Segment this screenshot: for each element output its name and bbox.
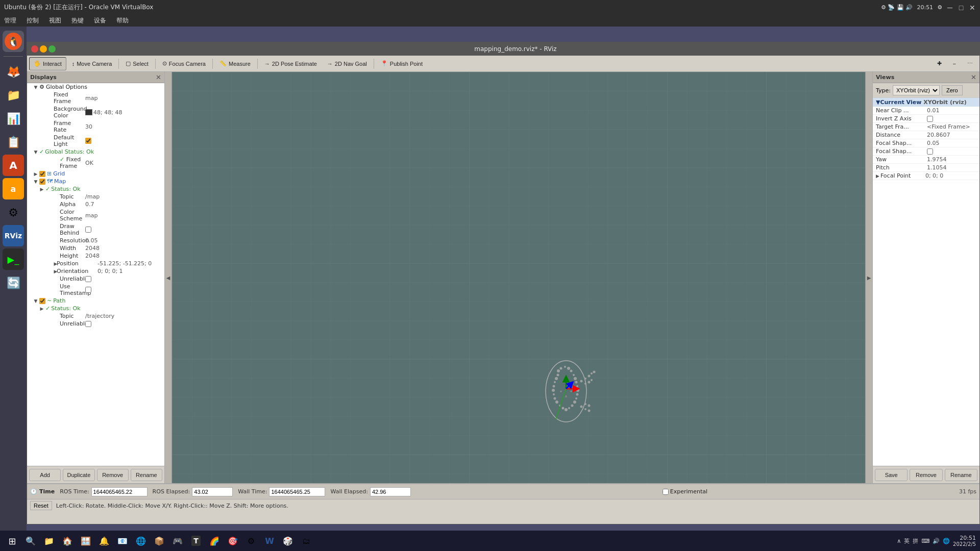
map-orientation-expand[interactable]: ▶ <box>29 269 56 274</box>
taskbar-windows-button[interactable]: 🪟 <box>78 533 94 549</box>
wall-elapsed-input[interactable]: 42.96 <box>370 487 411 496</box>
views-zero-button[interactable]: Zero <box>942 85 963 95</box>
taskbar-unity-button[interactable]: 🎲 <box>280 533 296 549</box>
map-row[interactable]: ▼ 🗺 Map <box>27 178 164 185</box>
focus-camera-button[interactable]: ⊙ Focus Camera <box>158 57 210 70</box>
map-position-expand[interactable]: ▶ <box>29 261 56 266</box>
current-view-expand[interactable]: ▼ <box>876 99 880 106</box>
taskbar-word-button[interactable]: W <box>261 533 278 549</box>
launcher-terminal[interactable]: ▶_ <box>3 248 24 270</box>
select-button[interactable]: ▢ Select <box>121 57 153 70</box>
taskbar-game-button[interactable]: 🎯 <box>225 533 241 549</box>
map-unreliable-checkbox[interactable] <box>85 276 91 282</box>
vbox-minimize-button[interactable]: ─ <box>946 4 953 11</box>
menu-hotkey[interactable]: 热键 <box>71 16 84 25</box>
map-alpha-value[interactable]: 0.7 <box>85 201 94 208</box>
map-status-row[interactable]: ▶ ✓ Status: Ok <box>27 185 164 193</box>
focal-shape2-checkbox[interactable] <box>927 148 933 155</box>
path-row[interactable]: ▼ ~ Path <box>27 297 164 305</box>
launcher-font[interactable]: A <box>3 155 24 176</box>
near-clip-value[interactable]: 0.01 <box>927 107 940 114</box>
launcher-settings[interactable]: ⚙ <box>3 202 24 223</box>
launcher-update[interactable]: 🔄 <box>3 272 24 293</box>
frame-rate-value[interactable]: 30 <box>85 123 92 130</box>
3d-viewport[interactable] <box>172 72 865 483</box>
distance-value[interactable]: 20.8607 <box>927 132 950 138</box>
duplicate-display-button[interactable]: Duplicate <box>63 469 94 481</box>
taskbar-search-button[interactable]: 🔍 <box>22 533 39 549</box>
rename-display-button[interactable]: Rename <box>131 469 162 481</box>
toolbar-minus-button[interactable]: − <box>948 57 961 70</box>
invert-z-checkbox[interactable] <box>927 116 933 122</box>
yaw-value[interactable]: 1.9754 <box>927 156 947 163</box>
views-remove-button[interactable]: Remove <box>910 469 942 481</box>
rviz-minimize-button[interactable] <box>40 45 47 53</box>
nav-goal-button[interactable]: → 2D Nav Goal <box>323 57 372 70</box>
tray-up-icon[interactable]: ∧ <box>897 538 901 544</box>
vbox-close-button[interactable]: ✕ <box>969 4 976 11</box>
collapse-right-button[interactable]: ▶ <box>865 72 872 483</box>
menu-control[interactable]: 控制 <box>27 16 39 25</box>
experimental-checkbox[interactable] <box>663 489 669 495</box>
displays-panel-close[interactable]: ✕ <box>156 73 161 81</box>
grid-checkbox[interactable] <box>39 171 45 177</box>
rviz-maximize-button[interactable] <box>48 45 56 53</box>
publish-point-button[interactable]: 📍 Publish Point <box>376 57 427 70</box>
global-options-expand[interactable]: ▼ <box>33 85 38 90</box>
fixed-frame-value[interactable]: map <box>85 95 97 102</box>
default-light-checkbox[interactable] <box>85 138 91 144</box>
move-camera-button[interactable]: ↕ Move Camera <box>67 57 117 70</box>
taskbar-extra-button[interactable]: 🗂 <box>298 533 314 549</box>
target-frame-value[interactable]: <Fixed Frame> <box>927 123 970 130</box>
menu-manage[interactable]: 管理 <box>4 16 16 25</box>
views-type-select[interactable]: XYOrbit (rviz) <box>893 85 940 95</box>
wall-time-input[interactable]: 1644065465.25 <box>269 487 325 496</box>
launcher-ubuntu[interactable]: 🐧 <box>3 31 24 52</box>
launcher-rviz[interactable]: RViz <box>3 225 24 246</box>
launcher-amazon[interactable]: a <box>3 178 24 199</box>
toolbar-dots-button[interactable]: ⋯ <box>963 57 977 70</box>
views-save-button[interactable]: Save <box>875 469 908 481</box>
map-checkbox[interactable] <box>39 179 45 185</box>
map-status-expand[interactable]: ▶ <box>39 187 44 192</box>
rviz-close-button[interactable] <box>31 45 38 53</box>
taskbar-settings-button[interactable]: ⚙ <box>243 533 259 549</box>
vbox-maximize-button[interactable]: □ <box>958 4 965 11</box>
taskbar-notification-button[interactable]: 🔔 <box>96 533 112 549</box>
launcher-presentation[interactable]: 📋 <box>3 131 24 153</box>
global-status-expand[interactable]: ▼ <box>33 149 38 155</box>
views-rename-button[interactable]: Rename <box>945 469 977 481</box>
path-status-row[interactable]: ▶ ✓ Status: Ok <box>27 305 164 312</box>
taskbar-files-button[interactable]: 📁 <box>41 533 57 549</box>
taskbar-steam-button[interactable]: 🎮 <box>169 533 186 549</box>
menu-view[interactable]: 视图 <box>49 16 61 25</box>
views-panel-close[interactable]: ✕ <box>971 73 976 81</box>
bg-color-value[interactable]: 48; 48; 48 <box>93 109 122 116</box>
map-colorscheme-value[interactable]: map <box>85 212 97 219</box>
taskbar-mail-button[interactable]: 📧 <box>114 533 131 549</box>
path-topic-value[interactable]: /trajectory <box>85 313 114 319</box>
grid-expand[interactable]: ▶ <box>33 171 38 177</box>
remove-display-button[interactable]: Remove <box>97 469 129 481</box>
grid-row[interactable]: ▶ ⊞ Grid <box>27 170 164 178</box>
path-status-expand[interactable]: ▶ <box>39 306 44 311</box>
map-expand[interactable]: ▼ <box>33 179 38 184</box>
taskbar-home-button[interactable]: 🏠 <box>59 533 76 549</box>
taskbar-chrome-button[interactable]: 🌈 <box>206 533 223 549</box>
path-unreliable-checkbox[interactable] <box>85 321 91 327</box>
windows-start-button[interactable]: ⊞ <box>4 533 20 549</box>
menu-help[interactable]: 帮助 <box>116 16 129 25</box>
launcher-calc[interactable]: 📊 <box>3 108 24 129</box>
taskbar-terminal-button[interactable]: T <box>188 533 204 549</box>
toolbar-plus-button[interactable]: ✚ <box>933 57 946 70</box>
taskbar-store-button[interactable]: 📦 <box>151 533 167 549</box>
ros-time-input[interactable]: 1644065465.22 <box>91 487 148 496</box>
bg-color-swatch[interactable] <box>85 109 92 115</box>
pitch-value[interactable]: 1.1054 <box>927 164 947 171</box>
launcher-firefox[interactable]: 🦊 <box>3 61 24 82</box>
measure-button[interactable]: 📏 Measure <box>215 57 255 70</box>
global-status-row[interactable]: ▼ ✓ Global Status: Ok <box>27 148 164 156</box>
map-topic-value[interactable]: /map <box>85 193 100 200</box>
tray-time[interactable]: 20:51 2022/2/5 <box>953 535 976 547</box>
interact-button[interactable]: 🖐 Interact <box>29 57 66 70</box>
